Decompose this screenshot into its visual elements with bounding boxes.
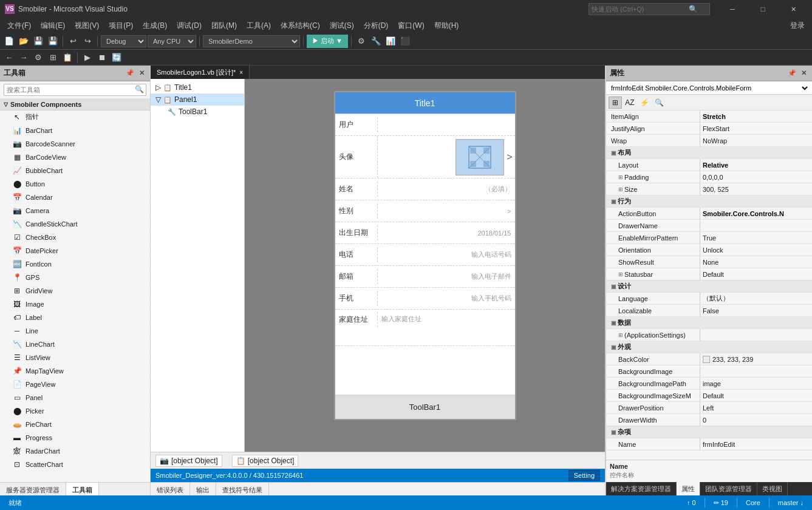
toolbox-item-listview[interactable]: ☰ ListView bbox=[0, 351, 150, 364]
prop-group-behavior[interactable]: ▣ 行为 bbox=[606, 195, 812, 208]
menu-edit[interactable]: 编辑(E) bbox=[36, 18, 70, 33]
rp-tab-properties[interactable]: 属性 bbox=[677, 482, 700, 495]
toolbox-item-pageview[interactable]: 📄 PageView bbox=[0, 378, 150, 391]
prop-value-actionbutton[interactable]: Smobiler.Core.Controls.N bbox=[700, 208, 812, 219]
prop-value-orientation[interactable]: Unlock bbox=[700, 244, 812, 256]
tree-item-toolbar1[interactable]: 🔧 ToolBar1 bbox=[151, 106, 244, 118]
prop-value-size[interactable]: 300, 525 bbox=[700, 183, 812, 195]
toolbox-item-datepicker[interactable]: 📅 DatePicker bbox=[0, 244, 150, 257]
toolbox-item-gps[interactable]: 📍 GPS bbox=[0, 271, 150, 284]
toolbox-item-calendar[interactable]: 📅 Calendar bbox=[0, 191, 150, 204]
minimize-button[interactable]: ─ bbox=[718, 0, 746, 18]
camera1-component[interactable]: 📷 [object Object] bbox=[155, 455, 222, 467]
toolbox-search-input[interactable] bbox=[4, 84, 146, 96]
toolbox-item-gridview[interactable]: ⊞ GridView bbox=[0, 284, 150, 298]
prop-value-layout[interactable]: Relative bbox=[700, 159, 812, 171]
toolbox-item-camera[interactable]: 📷 Camera bbox=[0, 204, 150, 217]
tb2-btn2[interactable]: → bbox=[17, 51, 30, 64]
rp-tab-classview[interactable]: 类视图 bbox=[757, 482, 788, 495]
prop-value-bgimage[interactable] bbox=[700, 365, 812, 377]
toolbox-item-barcodeview[interactable]: ▦ BarCodeView bbox=[0, 151, 150, 164]
prop-value-bgimagepath[interactable]: image bbox=[700, 378, 812, 389]
toolbox-item-candlestickchart[interactable]: 📉 CandleStickChart bbox=[0, 217, 150, 231]
tb2-btn5[interactable]: 📋 bbox=[61, 51, 74, 64]
close-button[interactable]: ✕ bbox=[779, 0, 807, 18]
tb2-btn4[interactable]: ⊞ bbox=[46, 51, 60, 64]
toolbox-item-picker[interactable]: ⬤ Picker bbox=[0, 404, 150, 418]
prop-value-drawername[interactable] bbox=[700, 220, 812, 231]
menu-project[interactable]: 项目(P) bbox=[104, 18, 138, 33]
tb-extra1[interactable]: ⚙ bbox=[355, 35, 368, 48]
tb2-btn1[interactable]: ← bbox=[2, 51, 16, 64]
toolbox-item-button[interactable]: ⬤ Button bbox=[0, 177, 150, 191]
tab-server-explorer[interactable]: 服务器资源管理器 bbox=[0, 483, 66, 495]
tab-output[interactable]: 输出 bbox=[190, 483, 216, 495]
tb2-btn7[interactable]: ⏹ bbox=[95, 51, 109, 64]
prop-group-data[interactable]: ▣ 数据 bbox=[606, 317, 812, 329]
toolbox-item-checkbox[interactable]: ☑ CheckBox bbox=[0, 231, 150, 244]
menu-arch[interactable]: 体系结构(C) bbox=[276, 18, 325, 33]
menu-debug[interactable]: 调试(D) bbox=[172, 18, 206, 33]
prop-value-padding[interactable]: 0,0,0,0 bbox=[700, 171, 812, 183]
new-project-button[interactable]: 📄 bbox=[2, 35, 16, 48]
rp-tab-team[interactable]: 团队资源管理器 bbox=[700, 482, 757, 495]
prop-value-appsettings[interactable] bbox=[700, 329, 812, 341]
setting-button[interactable]: Setting bbox=[568, 470, 600, 481]
prop-value-bgimagesize[interactable]: Default bbox=[700, 390, 812, 401]
tree-item-panel1[interactable]: ▽ 📋 Panel1 bbox=[151, 93, 244, 106]
prop-value-name[interactable]: frmInfoEdit bbox=[700, 438, 812, 450]
prop-value-showresult[interactable]: None bbox=[700, 256, 812, 268]
menu-tools[interactable]: 工具(A) bbox=[242, 18, 276, 33]
project-dropdown[interactable]: SmobilerDemo bbox=[203, 35, 300, 47]
toolbox-item-image[interactable]: 🖼 Image bbox=[0, 298, 150, 311]
prop-value-drawerwidth[interactable]: 0 bbox=[700, 414, 812, 426]
tab-find-results[interactable]: 查找符号结果 bbox=[216, 483, 269, 495]
props-search-btn[interactable]: 🔍 bbox=[652, 97, 666, 109]
toolbox-item-line[interactable]: ─ Line bbox=[0, 324, 150, 338]
tb-extra3[interactable]: 📊 bbox=[384, 35, 397, 48]
menu-build[interactable]: 生成(B) bbox=[138, 18, 172, 33]
poplist1-component[interactable]: 📋 [object Object] bbox=[232, 455, 299, 467]
designer-tab-close[interactable]: × bbox=[239, 69, 243, 76]
toolbox-item-barcodescanner[interactable]: 📷 BarcodeScanner bbox=[0, 137, 150, 151]
prop-value-enablemirror[interactable]: True bbox=[700, 232, 812, 243]
open-file-button[interactable]: 📂 bbox=[17, 35, 30, 48]
prop-value-language[interactable]: （默认） bbox=[700, 293, 812, 304]
redo-button[interactable]: ↪ bbox=[81, 35, 94, 48]
props-pin-button[interactable]: 📌 bbox=[786, 69, 798, 78]
designer-tab[interactable]: SmobilerLogon1.vb [设计]* × bbox=[151, 66, 250, 79]
tb2-btn3[interactable]: ⚙ bbox=[32, 51, 45, 64]
save-all-button[interactable]: 💾 bbox=[46, 35, 60, 48]
maximize-button[interactable]: □ bbox=[749, 0, 777, 18]
debug-config-dropdown[interactable]: Debug bbox=[101, 35, 146, 47]
props-alpha-btn[interactable]: AZ bbox=[623, 97, 636, 109]
rp-tab-solution[interactable]: 解决方案资源管理器 bbox=[606, 482, 677, 495]
tb2-btn8[interactable]: 🔄 bbox=[110, 51, 123, 64]
toolbox-item-scatterchart[interactable]: ⊡ ScatterChart bbox=[0, 458, 150, 471]
tree-item-title1[interactable]: ▷ 📋 Title1 bbox=[151, 81, 244, 93]
toolbox-item-fonticon[interactable]: 🔤 FontIcon bbox=[0, 257, 150, 271]
prop-group-layout[interactable]: ▣ 布局 bbox=[606, 147, 812, 159]
prop-value-wrap[interactable]: NoWrap bbox=[700, 135, 812, 146]
prop-group-appearance[interactable]: ▣ 外观 bbox=[606, 341, 812, 353]
toolbox-pin-button[interactable]: 📌 bbox=[124, 69, 136, 78]
prop-value-drawerposition[interactable]: Left bbox=[700, 402, 812, 413]
cpu-config-dropdown[interactable]: Any CPU bbox=[148, 35, 196, 47]
tb-extra4[interactable]: ⬛ bbox=[398, 35, 412, 48]
menu-file[interactable]: 文件(F) bbox=[2, 18, 36, 33]
toolbox-close-button[interactable]: ✕ bbox=[137, 69, 146, 78]
props-events-btn[interactable]: ⚡ bbox=[638, 97, 651, 109]
toolbox-item-pointer[interactable]: ↖ 指针 bbox=[0, 110, 150, 124]
props-categorized-btn[interactable]: ⊞ bbox=[609, 97, 622, 109]
menu-analyze[interactable]: 分析(D) bbox=[359, 18, 394, 33]
undo-button[interactable]: ↩ bbox=[66, 35, 80, 48]
menu-test[interactable]: 测试(S) bbox=[325, 18, 359, 33]
menu-team[interactable]: 团队(M) bbox=[206, 18, 242, 33]
prop-group-design[interactable]: ▣ 设计 bbox=[606, 280, 812, 293]
toolbox-item-panel[interactable]: ▭ Panel bbox=[0, 391, 150, 404]
toolbox-item-piechart[interactable]: 🥧 PieChart bbox=[0, 418, 150, 431]
run-button[interactable]: ▶ 启动 ▼ bbox=[307, 35, 348, 48]
toolbox-item-progress[interactable]: ▬ Progress bbox=[0, 431, 150, 444]
toolbox-item-bubblechart[interactable]: 📈 BubbleChart bbox=[0, 164, 150, 177]
tb2-btn6[interactable]: ▶ bbox=[81, 51, 94, 64]
